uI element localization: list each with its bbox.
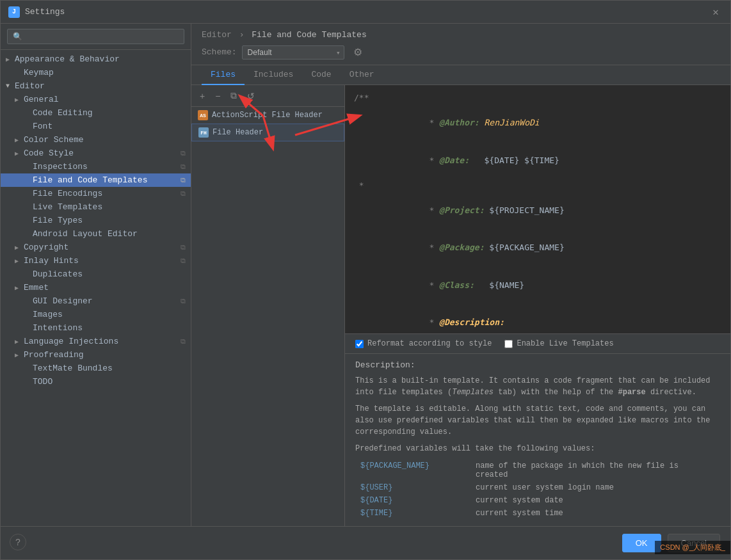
remove-template-button[interactable]: − <box>212 90 223 102</box>
code-line: * @Description: <box>354 304 721 334</box>
window-title: Settings <box>25 7 709 17</box>
scheme-select[interactable]: Default Project <box>242 45 344 60</box>
var-desc: current user system login name <box>470 481 720 494</box>
sidebar-item-label: Appearance & Behavior <box>15 54 186 64</box>
sidebar-item-lang-inject[interactable]: ▶ Language Injections ⧉ <box>1 335 191 348</box>
sidebar-item-inlay-hints[interactable]: ▶ Inlay Hints ⧉ <box>1 254 191 268</box>
watermark: CSDN @_人间卧底_ <box>655 541 730 554</box>
copy-icon: ⧉ <box>181 177 186 184</box>
sidebar-item-duplicates[interactable]: ▶ Duplicates <box>1 268 191 281</box>
description-title: Description: <box>355 360 720 370</box>
arrow-icon: ▶ <box>15 150 24 157</box>
live-templates-checkbox[interactable] <box>504 340 513 348</box>
reformat-checkbox[interactable] <box>355 340 364 348</box>
sidebar-item-label: Copyright <box>24 243 178 252</box>
template-list: + − ⧉ ↺ AS ActionScript File Header <box>191 85 345 526</box>
sidebar-item-general[interactable]: ▶ General <box>1 93 191 106</box>
copy-icon: ⧉ <box>181 298 186 305</box>
template-items: AS ActionScript File Header FH File Head… <box>191 107 344 526</box>
sidebar: ▶ Appearance & Behavior ▶ Keymap ▼ Edito… <box>1 24 191 526</box>
sidebar-item-label: Proofreading <box>24 350 186 360</box>
live-templates-checkbox-label[interactable]: Enable Live Templates <box>504 339 613 348</box>
copy-icon: ⧉ <box>181 338 186 346</box>
code-line: * @Project: ${PROJECT_NAME} <box>354 191 721 229</box>
sidebar-item-code-editing[interactable]: ▶ Code Editing <box>1 106 191 120</box>
sidebar-item-intentions[interactable]: ▶ Intentions <box>1 321 191 335</box>
sidebar-item-color-scheme[interactable]: ▶ Color Scheme <box>1 133 191 147</box>
code-editor[interactable]: /** * @Author: RenJianWoDi * @Date: ${DA… <box>345 85 730 333</box>
copy-icon: ⧉ <box>181 150 186 157</box>
sidebar-item-label: GUI Designer <box>33 296 178 306</box>
breadcrumb-parent: Editor <box>202 30 232 40</box>
copy-template-button[interactable]: ⧉ <box>227 89 240 102</box>
sidebar-item-label: Language Injections <box>24 337 178 346</box>
code-line: * @Package: ${PACKAGE_NAME} <box>354 229 721 267</box>
breadcrumb-current: File and Code Templates <box>252 30 366 40</box>
template-item-label: ActionScript File Header <box>212 111 323 120</box>
sidebar-item-keymap[interactable]: ▶ Keymap <box>1 66 191 79</box>
help-button[interactable]: ? <box>10 534 26 550</box>
tab-code[interactable]: Code <box>302 65 340 85</box>
template-item-fileheader[interactable]: FH File Header <box>191 124 344 141</box>
sidebar-item-label: Code Style <box>24 148 178 158</box>
sidebar-item-file-code-templates[interactable]: ▶ File and Code Templates ⧉ <box>1 173 191 187</box>
copy-icon: ⧉ <box>181 190 186 198</box>
tab-other[interactable]: Other <box>341 65 383 85</box>
sidebar-item-code-style[interactable]: ▶ Code Style ⧉ <box>1 147 191 160</box>
code-line: * @Author: RenJianWoDi <box>354 104 721 142</box>
var-name: ${USER} <box>355 481 470 494</box>
table-row: ${DATE} current system date <box>355 494 720 507</box>
sidebar-item-label: Code Editing <box>33 108 186 118</box>
scheme-row: Scheme: Default Project ⚙ <box>202 45 720 60</box>
sidebar-item-appearance[interactable]: ▶ Appearance & Behavior <box>1 52 191 66</box>
close-button[interactable]: ✕ <box>709 4 723 20</box>
template-item-actionscript[interactable]: AS ActionScript File Header <box>191 107 344 124</box>
variables-table: ${PACKAGE_NAME} name of the package in w… <box>355 460 720 520</box>
code-line: /** <box>354 92 721 104</box>
sidebar-item-gui-designer[interactable]: ▶ GUI Designer ⧉ <box>1 294 191 308</box>
scheme-select-wrapper: Default Project <box>242 45 344 60</box>
search-input[interactable] <box>7 29 184 44</box>
arrow-icon: ▶ <box>15 338 24 346</box>
sidebar-item-textmate[interactable]: ▶ TextMate Bundles <box>1 362 191 375</box>
sidebar-item-images[interactable]: ▶ Images <box>1 308 191 321</box>
sidebar-item-label: Editor <box>15 81 186 91</box>
sidebar-item-copyright[interactable]: ▶ Copyright ⧉ <box>1 241 191 254</box>
sidebar-item-editor[interactable]: ▼ Editor <box>1 79 191 93</box>
sidebar-item-label: TODO <box>33 377 186 387</box>
sidebar-item-label: Emmet <box>24 283 186 292</box>
var-desc: current system time <box>470 507 720 520</box>
sidebar-item-label: Color Scheme <box>24 135 186 145</box>
sidebar-item-file-types[interactable]: ▶ File Types <box>1 214 191 227</box>
tab-includes[interactable]: Includes <box>245 65 302 85</box>
copy-icon: ⧉ <box>181 257 186 265</box>
gear-button[interactable]: ⚙ <box>349 45 366 60</box>
template-toolbar: + − ⧉ ↺ <box>191 85 344 107</box>
sidebar-item-proofreading[interactable]: ▶ Proofreading <box>1 348 191 362</box>
var-desc: name of the package in which the new fil… <box>470 460 720 481</box>
var-name: ${DATE} <box>355 494 470 507</box>
arrow-icon: ▶ <box>15 284 24 292</box>
arrow-icon: ▼ <box>6 83 15 90</box>
description-area: Description: This is a built-in template… <box>345 353 730 526</box>
sidebar-item-todo[interactable]: ▶ TODO <box>1 375 191 388</box>
title-bar: J Settings ✕ <box>1 1 730 24</box>
tab-files[interactable]: Files <box>202 65 245 85</box>
reset-template-button[interactable]: ↺ <box>244 90 258 102</box>
sidebar-item-font[interactable]: ▶ Font <box>1 120 191 133</box>
sidebar-item-label: File Encodings <box>33 189 178 198</box>
sidebar-item-live-templates[interactable]: ▶ Live Templates <box>1 200 191 214</box>
sidebar-item-label: General <box>24 95 186 104</box>
sidebar-item-file-encodings[interactable]: ▶ File Encodings ⧉ <box>1 187 191 200</box>
add-template-button[interactable]: + <box>197 90 208 102</box>
search-box <box>1 24 191 50</box>
var-name: ${PACKAGE_NAME} <box>355 460 470 481</box>
sidebar-item-emmet[interactable]: ▶ Emmet <box>1 281 191 294</box>
sidebar-item-inspections[interactable]: ▶ Inspections ⧉ <box>1 160 191 173</box>
arrow-icon: ▶ <box>15 96 24 104</box>
arrow-icon: ▶ <box>15 244 24 252</box>
sidebar-item-android-layout[interactable]: ▶ Android Layout Editor <box>1 227 191 241</box>
reformat-checkbox-label[interactable]: Reformat according to style <box>355 339 492 348</box>
sidebar-item-label: TextMate Bundles <box>33 364 186 373</box>
template-area: + − ⧉ ↺ AS ActionScript File Header <box>191 85 730 526</box>
